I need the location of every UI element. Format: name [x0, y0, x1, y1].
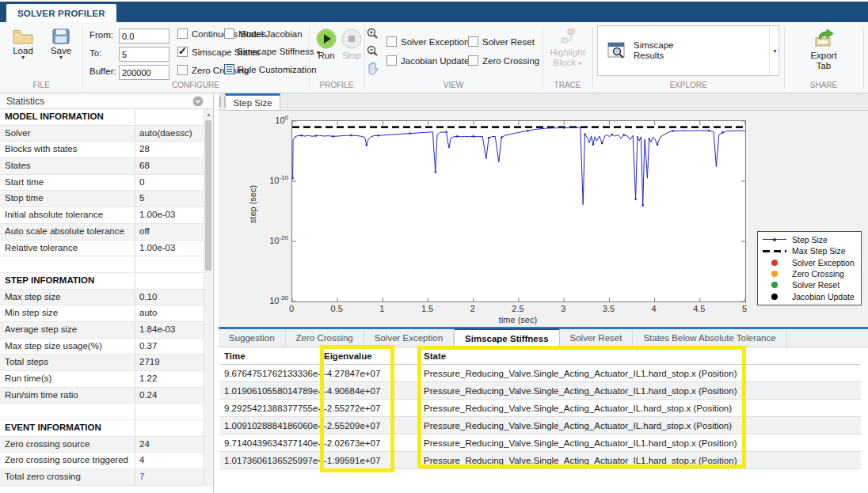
- simscape-results-button[interactable]: Simscape Results: [598, 26, 779, 75]
- statistics-row[interactable]: Initial absolute tolerance1.00e-03: [0, 207, 204, 224]
- legend-item: Zero Crossing: [761, 268, 858, 279]
- table-row[interactable]: 9.2925421388377755e-03-2.55272e+07Pressu…: [220, 400, 861, 417]
- checkbox-icon[interactable]: [177, 65, 188, 75]
- chevron-down-icon[interactable]: ▾: [59, 55, 63, 60]
- scrollbar-up-icon[interactable]: ▲: [204, 110, 213, 119]
- statistics-row[interactable]: Zero crossing source24: [0, 437, 204, 453]
- table-row[interactable]: 9.7140439634377140e-01-2.02673e+07Pressu…: [220, 434, 861, 452]
- statistics-row[interactable]: STEP INFORMATION: [0, 273, 204, 290]
- stat-label: Max step size: [0, 290, 135, 305]
- checkbox-jacobian-update-view[interactable]: Jacobian Update: [386, 55, 469, 66]
- statistics-row[interactable]: Zero crossing source triggered4: [0, 453, 204, 469]
- checkbox-solver-exception-view[interactable]: Solver Exception: [386, 36, 469, 47]
- rule-customization-button[interactable]: Rule Customization: [224, 64, 317, 74]
- stat-label: [0, 404, 135, 419]
- stat-label: Solver: [0, 126, 135, 142]
- save-button[interactable]: Save ▾: [44, 28, 78, 60]
- y-axis-label: step (sec): [248, 169, 259, 240]
- simscape-stiffness-dropdown[interactable]: Simscape Stiffness ▾: [237, 47, 320, 56]
- statistics-row[interactable]: Start time0: [0, 175, 204, 192]
- legend-item: Step Size: [761, 234, 858, 245]
- export-tab-icon: [813, 28, 835, 47]
- file-section-label: FILE: [0, 81, 82, 89]
- statistics-row[interactable]: Run/sim time ratio0.24: [0, 388, 204, 404]
- statistics-row[interactable]: Max step size usage(%)0.37: [0, 339, 204, 355]
- statistics-row[interactable]: Total zero crossing7: [0, 469, 204, 486]
- table-row[interactable]: 9.6764751762133336e-05-4.27847e+07Pressu…: [220, 365, 861, 382]
- legend-dashed-icon: [761, 250, 788, 252]
- from-input[interactable]: [119, 28, 169, 44]
- checkbox-icon[interactable]: [386, 36, 397, 47]
- gallery-dropdown-button[interactable]: ▾: [769, 26, 780, 75]
- statistics-row[interactable]: Auto scale absolute toleranceoff: [0, 224, 204, 241]
- checkbox-icon[interactable]: [386, 55, 397, 66]
- chevron-down-icon[interactable]: ▾: [21, 55, 25, 60]
- section-divider: [309, 27, 310, 89]
- stat-value: 0.10: [135, 290, 204, 305]
- results-tab-solver-exception[interactable]: Solver Exception: [364, 329, 454, 347]
- legend-label: Jacobian Update: [792, 292, 855, 301]
- statistics-row[interactable]: Run time(s)1.22: [0, 371, 204, 388]
- checkbox-icon[interactable]: [177, 47, 188, 57]
- statistics-row[interactable]: [0, 404, 204, 420]
- chevron-down-icon: ▾: [578, 60, 581, 67]
- statistics-row[interactable]: Relative tolerance1.00e-03: [0, 241, 204, 257]
- plot-legend: Step SizeMax Step SizeSolver ExceptionZe…: [757, 231, 862, 305]
- table-row[interactable]: 1.0190610558014789e-04-4.90684e+07Pressu…: [220, 382, 861, 400]
- column-header[interactable]: Eigenvalue: [320, 351, 420, 361]
- step-size-plot[interactable]: [291, 120, 746, 302]
- column-header[interactable]: Time: [220, 351, 320, 361]
- statistics-row[interactable]: Solverauto(daessc): [0, 126, 204, 142]
- statistics-row[interactable]: Average step size1.84e-03: [0, 322, 204, 339]
- zoom-in-icon[interactable]: [367, 28, 378, 39]
- table-row[interactable]: 1.0173606136525997e+00-1.99591e+07Pressu…: [220, 452, 861, 469]
- buffer-input[interactable]: [119, 65, 169, 80]
- highlight-block-button[interactable]: Highlight Block ▾: [542, 28, 592, 68]
- checkbox-model-jacobian[interactable]: Model Jacobian: [224, 28, 303, 39]
- load-button[interactable]: Load ▾: [6, 28, 40, 60]
- to-input[interactable]: [119, 47, 169, 62]
- checkbox-icon[interactable]: [468, 55, 478, 66]
- statistics-row[interactable]: MODEL INFORMATION: [0, 109, 204, 126]
- legend-label: Solver Exception: [792, 258, 855, 267]
- statistics-row[interactable]: States68: [0, 158, 204, 175]
- stat-label: Run time(s): [0, 371, 135, 387]
- stat-value: 28: [135, 142, 204, 157]
- stat-value: 0: [135, 175, 204, 191]
- results-tab-states-below-absolute-tolerance[interactable]: States Below Absolute Tolerance: [633, 329, 786, 347]
- checkbox-zero-crossing-view[interactable]: Zero Crossing: [468, 55, 539, 66]
- stop-button[interactable]: Stop: [339, 28, 364, 60]
- statistics-row[interactable]: Blocks with states28: [0, 142, 204, 158]
- table-cell: 1.0190610558014789e-04: [220, 386, 320, 396]
- collapse-panel-icon[interactable]: [192, 96, 204, 107]
- table-row[interactable]: 1.0091028884186060e-02-2.55209e+07Pressu…: [220, 417, 861, 434]
- statistics-row[interactable]: [0, 256, 204, 273]
- checkbox-icon[interactable]: [224, 28, 234, 39]
- statistics-title: Statistics: [6, 96, 44, 107]
- results-tab-zero-crossing[interactable]: Zero Crossing: [286, 329, 364, 347]
- table-cell: 9.7140439634377140e-01: [220, 438, 320, 448]
- statistics-row[interactable]: EVENT INFORMATION: [0, 420, 204, 437]
- column-header[interactable]: State: [420, 351, 861, 361]
- stat-value: 1.00e-03: [135, 207, 204, 223]
- results-tab-solver-reset[interactable]: Solver Reset: [560, 329, 634, 347]
- statistics-row[interactable]: Max step size0.10: [0, 290, 204, 306]
- statistics-row[interactable]: Min step sizeauto: [0, 305, 204, 322]
- pan-hand-icon[interactable]: [366, 62, 379, 75]
- statistics-header: Statistics: [0, 93, 213, 109]
- checkbox-icon[interactable]: [468, 36, 478, 47]
- table-cell: Pressure_Reducing_Valve.Single_Acting_Ac…: [420, 456, 861, 465]
- results-tab-simscape-stiffness[interactable]: Simscape Stiffness: [454, 328, 559, 347]
- scrollbar-thumb[interactable]: [205, 120, 211, 271]
- run-button[interactable]: Run: [314, 28, 339, 60]
- checkbox-solver-reset-view[interactable]: Solver Reset: [468, 36, 535, 47]
- zoom-out-icon[interactable]: [367, 45, 378, 56]
- results-tab-suggestion[interactable]: Suggestion: [219, 329, 286, 347]
- tab-step-size[interactable]: Step Size: [225, 93, 280, 111]
- ribbon-tab-solver-profiler[interactable]: SOLVER PROFILER: [6, 4, 116, 22]
- checkbox-icon[interactable]: [177, 28, 188, 39]
- export-tab-button[interactable]: Export Tab: [784, 28, 863, 71]
- statistics-row[interactable]: Stop time5: [0, 191, 204, 207]
- x-tick-label: 3.5: [592, 304, 624, 313]
- statistics-row[interactable]: Total steps2719: [0, 355, 204, 371]
